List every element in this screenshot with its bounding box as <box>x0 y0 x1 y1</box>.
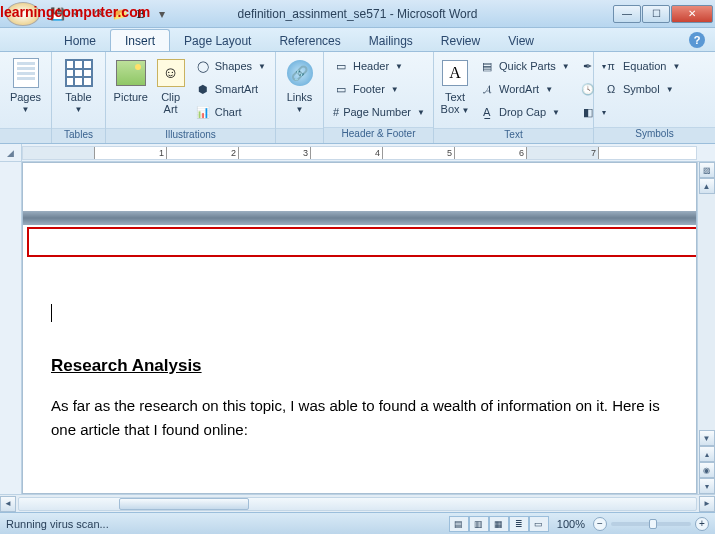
zoom-track[interactable] <box>611 522 691 526</box>
footer-icon: ▭ <box>333 81 349 97</box>
chevron-down-icon: ▼ <box>552 108 560 117</box>
help-icon[interactable]: ? <box>689 32 705 48</box>
table-icon <box>65 59 93 87</box>
pagenumber-button[interactable]: #Page Number▼ <box>329 101 428 123</box>
clipart-label1: Clip <box>161 91 180 103</box>
zoom-level[interactable]: 100% <box>557 518 585 530</box>
outline-view-icon[interactable]: ≣ <box>509 516 529 532</box>
zoom-out-icon[interactable]: − <box>593 517 607 531</box>
clipart-button[interactable]: ☺ ClipArt <box>154 55 186 125</box>
footer-button[interactable]: ▭Footer▼ <box>329 78 428 100</box>
zoom-thumb[interactable] <box>649 519 657 529</box>
horizontal-scrollbar[interactable]: ◄ ► <box>0 494 715 512</box>
group-label-pages <box>0 128 51 143</box>
picture-button[interactable]: Picture <box>111 55 150 125</box>
symbol-button[interactable]: ΩSymbol▼ <box>599 78 710 100</box>
browse-object-icon[interactable]: ◉ <box>699 462 715 478</box>
ruler-num-2: 2 <box>231 148 236 158</box>
quickparts-label: Quick Parts <box>499 60 556 72</box>
scroll-up-icon[interactable]: ▲ <box>699 178 715 194</box>
prev-page-icon[interactable]: ▴ <box>699 446 715 462</box>
smartart-button[interactable]: ⬢SmartArt <box>191 78 270 100</box>
table-button[interactable]: Table ▼ <box>57 55 100 125</box>
tab-references[interactable]: References <box>265 30 354 51</box>
ruler-num-3: 3 <box>303 148 308 158</box>
vertical-ruler[interactable] <box>0 162 22 494</box>
ruler-num-1: 1 <box>159 148 164 158</box>
ruler-toggle-icon[interactable]: ▨ <box>699 162 715 178</box>
draft-view-icon[interactable]: ▭ <box>529 516 549 532</box>
page-break-bar <box>23 211 696 225</box>
chevron-down-icon: ▼ <box>462 106 470 115</box>
equation-icon: π <box>603 58 619 74</box>
tab-mailings[interactable]: Mailings <box>355 30 427 51</box>
pages-button[interactable]: Pages ▼ <box>5 55 46 125</box>
quickparts-button[interactable]: ▤Quick Parts▼ <box>475 55 574 77</box>
equation-button[interactable]: πEquation▼ <box>599 55 710 77</box>
web-layout-view-icon[interactable]: ▦ <box>489 516 509 532</box>
shapes-label: Shapes <box>215 60 252 72</box>
links-icon: 🔗 <box>287 60 313 86</box>
pagenumber-icon: # <box>333 104 339 120</box>
textbox-icon: A <box>442 60 468 86</box>
zoom-in-icon[interactable]: + <box>695 517 709 531</box>
scroll-right-icon[interactable]: ► <box>699 496 715 512</box>
tab-page-layout[interactable]: Page Layout <box>170 30 265 51</box>
chevron-down-icon: ▼ <box>545 85 553 94</box>
vertical-scrollbar[interactable]: ▨ ▲ ▼ ▴ ◉ ▾ <box>697 162 715 494</box>
pagenumber-label: Page Number <box>343 106 411 118</box>
hscroll-track[interactable] <box>18 497 697 511</box>
tab-insert[interactable]: Insert <box>110 29 170 51</box>
dropcap-label: Drop Cap <box>499 106 546 118</box>
shapes-button[interactable]: ◯Shapes▼ <box>191 55 270 77</box>
clipart-icon: ☺ <box>157 59 185 87</box>
zoom-slider[interactable]: − + <box>593 517 709 531</box>
chevron-down-icon: ▼ <box>296 105 304 114</box>
tab-home[interactable]: Home <box>50 30 110 51</box>
qat-more-icon[interactable]: ▾ <box>153 5 171 23</box>
view-buttons: ▤ ▥ ▦ ≣ ▭ <box>449 516 549 532</box>
chevron-down-icon: ▼ <box>22 105 30 114</box>
window-controls: — ☐ ✕ <box>613 5 713 23</box>
maximize-button[interactable]: ☐ <box>642 5 670 23</box>
table-label: Table <box>65 91 91 103</box>
document-page[interactable]: Research Analysis As far as the research… <box>22 162 697 494</box>
ribbon: Pages ▼ Table ▼ Tables Picture ☺ ClipArt <box>0 52 715 144</box>
tab-view[interactable]: View <box>494 30 548 51</box>
watermark-text: learningcomputer.com <box>0 4 150 20</box>
next-page-icon[interactable]: ▾ <box>699 478 715 494</box>
page-content[interactable]: Research Analysis As far as the research… <box>23 225 696 442</box>
picture-icon <box>116 60 146 86</box>
print-layout-view-icon[interactable]: ▤ <box>449 516 469 532</box>
document-area: Research Analysis As far as the research… <box>0 162 715 494</box>
chevron-down-icon: ▼ <box>258 62 266 71</box>
minimize-button[interactable]: — <box>613 5 641 23</box>
header-button[interactable]: ▭Header▼ <box>329 55 428 77</box>
links-button[interactable]: 🔗 Links ▼ <box>281 55 318 125</box>
header-icon: ▭ <box>333 58 349 74</box>
text-cursor <box>51 304 52 322</box>
ruler-corner[interactable]: ◢ <box>0 144 22 162</box>
clipart-label2: Art <box>164 103 178 115</box>
document-heading: Research Analysis <box>51 356 668 376</box>
ribbon-tabs: Home Insert Page Layout References Maili… <box>0 28 715 52</box>
chart-button[interactable]: 📊Chart <box>191 101 270 123</box>
ruler-row: ◢ 1 2 3 4 5 6 7 <box>0 144 715 162</box>
textbox-button[interactable]: A TextBox▼ <box>439 55 471 125</box>
vscroll-track[interactable] <box>699 194 715 430</box>
dropcap-button[interactable]: A̲Drop Cap▼ <box>475 101 574 123</box>
scroll-left-icon[interactable]: ◄ <box>0 496 16 512</box>
ruler-num-4: 4 <box>375 148 380 158</box>
horizontal-ruler[interactable]: 1 2 3 4 5 6 7 <box>22 146 697 160</box>
hscroll-thumb[interactable] <box>119 498 249 510</box>
scroll-down-icon[interactable]: ▼ <box>699 430 715 446</box>
group-label-symbols: Symbols <box>594 127 715 143</box>
shapes-icon: ◯ <box>195 58 211 74</box>
chevron-down-icon: ▼ <box>562 62 570 71</box>
wordart-button[interactable]: 𝓐WordArt▼ <box>475 78 574 100</box>
chevron-down-icon: ▼ <box>75 105 83 114</box>
tab-review[interactable]: Review <box>427 30 494 51</box>
close-button[interactable]: ✕ <box>671 5 713 23</box>
smartart-label: SmartArt <box>215 83 258 95</box>
fullscreen-view-icon[interactable]: ▥ <box>469 516 489 532</box>
